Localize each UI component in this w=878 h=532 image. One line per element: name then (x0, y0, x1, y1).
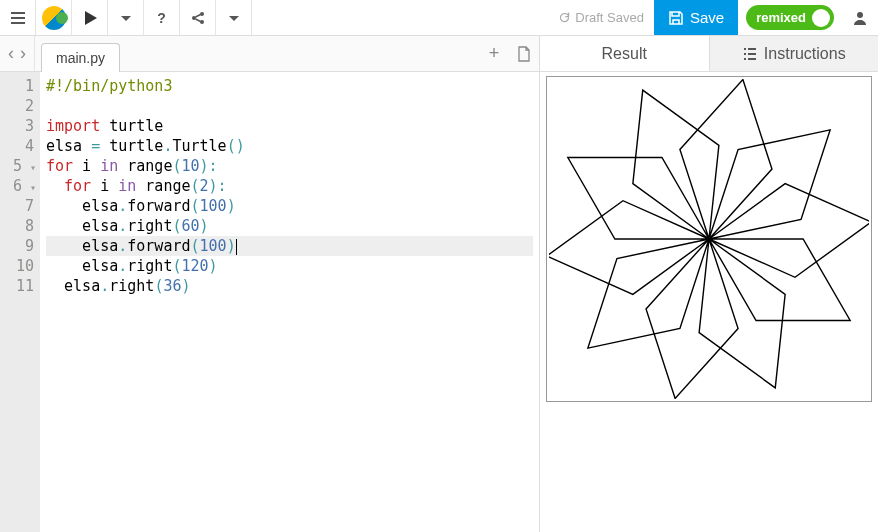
draft-status: Draft Saved (548, 0, 654, 35)
line-number: 4 (10, 136, 34, 156)
logo[interactable] (36, 0, 72, 35)
line-number: 2 (10, 96, 34, 116)
output-panel: Result Instructions (540, 36, 878, 532)
remix-toggle[interactable]: remixed (746, 5, 834, 30)
editor-panel: ‹ › main.py + 12345 ▾6 ▾7891011 #!/bin/p… (0, 36, 540, 532)
line-number: 9 (10, 236, 34, 256)
run-button[interactable] (72, 0, 108, 35)
code-editor[interactable]: 12345 ▾6 ▾7891011 #!/bin/python3import t… (0, 72, 539, 532)
tab-instructions[interactable]: Instructions (710, 36, 879, 71)
code-line[interactable]: import turtle (46, 116, 533, 136)
share-button[interactable] (180, 0, 216, 35)
plus-icon: + (489, 43, 500, 64)
file-options-button[interactable] (509, 36, 539, 71)
run-dropdown[interactable] (108, 0, 144, 35)
code-line[interactable]: elsa.right(60) (46, 216, 533, 236)
refresh-icon (558, 11, 571, 24)
caret-down-icon (226, 10, 242, 26)
code-line[interactable] (46, 96, 533, 116)
menu-button[interactable] (0, 0, 36, 35)
share-dropdown[interactable] (216, 0, 252, 35)
save-button[interactable]: Save (654, 0, 738, 35)
code-line[interactable]: for i in range(10): (46, 156, 533, 176)
save-icon (668, 10, 684, 26)
turtle-canvas (546, 76, 872, 402)
line-number: 11 (10, 276, 34, 296)
user-menu[interactable] (842, 0, 878, 35)
svg-point-2 (200, 20, 204, 24)
code-line[interactable]: elsa.right(36) (46, 276, 533, 296)
code-line[interactable]: elsa.forward(100) (46, 236, 533, 256)
line-number: 6 ▾ (10, 176, 34, 196)
toggle-knob-icon (812, 9, 830, 27)
line-number: 8 (10, 216, 34, 236)
tab-result[interactable]: Result (540, 36, 710, 71)
line-number: 10 (10, 256, 34, 276)
code-line[interactable]: for i in range(2): (46, 176, 533, 196)
logo-icon (42, 6, 66, 30)
code-line[interactable]: elsa.forward(100) (46, 196, 533, 216)
line-number: 5 ▾ (10, 156, 34, 176)
code-line[interactable]: elsa = turtle.Turtle() (46, 136, 533, 156)
line-number: 3 (10, 116, 34, 136)
menu-icon (10, 10, 26, 26)
help-button[interactable]: ? (144, 0, 180, 35)
code-line[interactable]: elsa.right(120) (46, 256, 533, 276)
share-icon (190, 10, 206, 26)
svg-point-1 (200, 12, 204, 16)
line-number: 7 (10, 196, 34, 216)
toolbar: ? Draft Saved Save remixed (0, 0, 878, 36)
list-icon (742, 46, 758, 62)
nav-back[interactable]: ‹ (6, 43, 16, 64)
code-line[interactable]: #!/bin/python3 (46, 76, 533, 96)
play-icon (82, 10, 98, 26)
svg-point-3 (857, 12, 863, 18)
file-tab[interactable]: main.py (41, 43, 120, 72)
new-file-button[interactable]: + (479, 36, 509, 71)
file-icon (516, 46, 532, 62)
nav-forward[interactable]: › (18, 43, 28, 64)
user-icon (852, 10, 868, 26)
question-icon: ? (157, 10, 166, 26)
line-number: 1 (10, 76, 34, 96)
caret-down-icon (118, 10, 134, 26)
